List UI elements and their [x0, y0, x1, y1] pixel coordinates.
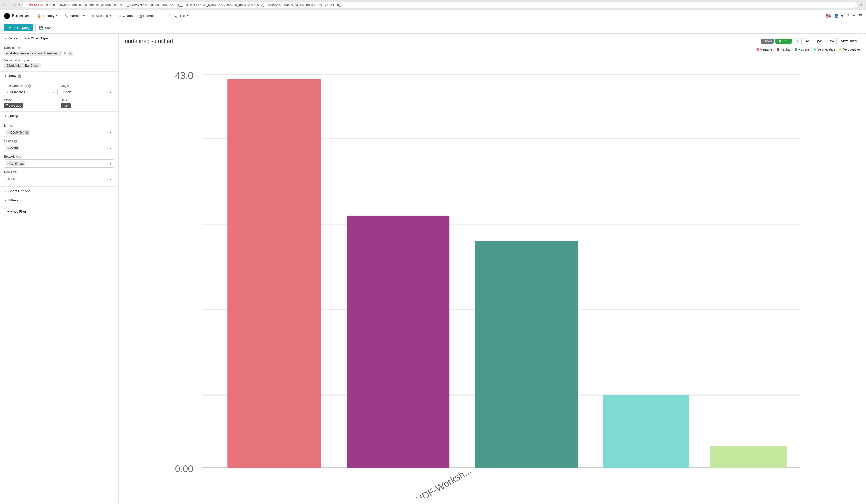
main-layout: ▼ Datasource & Chart Type Datasource wor… — [0, 34, 866, 503]
series-clear[interactable]: × — [107, 146, 108, 150]
url-text[interactable]: demo.hortonworks.com:9088/superset/explo… — [45, 3, 854, 7]
save-icon: 💾 — [39, 26, 43, 30]
nav-item-security[interactable]: 🔒 Security ▼ — [34, 12, 60, 19]
series-label: Series i — [4, 139, 114, 143]
shield-icon: 🔒 — [37, 14, 41, 18]
add-datasource-icon[interactable]: + — [68, 51, 73, 56]
series-select[interactable]: × event × ▼ — [4, 144, 114, 152]
code-action-button[interactable]: </> — [803, 38, 812, 44]
collapse-icon: ▼ — [4, 199, 7, 202]
datasource-label: Datasource — [4, 46, 114, 50]
back-button[interactable]: ← — [3, 3, 7, 8]
viz-type-label: Visualization Type — [4, 58, 114, 62]
grid-icon[interactable]: ☷ — [858, 13, 862, 18]
legend-item-positive: Positive — [795, 48, 809, 51]
chart-icon: 📊 — [118, 14, 122, 18]
metrics-label: Metrics — [4, 124, 114, 127]
time-info-icon: i — [18, 75, 21, 78]
granularity-clear[interactable]: × — [7, 90, 8, 94]
svg-text:HDF-Worksh...: HDF-Worksh... — [414, 465, 473, 497]
collapse-icon: ▼ — [4, 75, 7, 78]
add-filter-button[interactable]: + + Add Filter — [4, 208, 30, 215]
origin-clear[interactable]: × — [63, 90, 65, 94]
user-icon[interactable]: 👤 ▼ — [834, 13, 844, 18]
datasource-value: workshop.meetup_comment_sentiment — [4, 51, 62, 56]
nav-item-sources[interactable]: 🖥 Sources ▼ — [89, 12, 114, 19]
json-action-button[interactable]: .json — [814, 38, 825, 44]
query-section-header[interactable]: ▼ Query — [0, 112, 118, 121]
viz-type-value[interactable]: Distribution - Bar Chart — [4, 63, 41, 68]
database-icon: 🖥 — [91, 14, 95, 18]
svg-text:0.00: 0.00 — [175, 463, 193, 474]
breakdown-tag[interactable]: × sentiment — [7, 161, 25, 166]
row-limit-value: 50000 — [7, 177, 15, 181]
brand[interactable]: Superset — [4, 13, 30, 19]
row-limit-label: Row limit — [4, 170, 114, 174]
metrics-select[interactable]: × COUNT(*) i × ▼ — [4, 128, 114, 137]
edit-datasource-icon[interactable]: ✎ — [64, 52, 67, 55]
flag-icon[interactable]: 🇺🇸 — [825, 13, 831, 19]
lightning-icon: ⚡ — [8, 26, 12, 30]
breakdowns-label: Breakdowns — [4, 155, 114, 158]
view-query-button[interactable]: View Query — [838, 38, 860, 44]
svg-rect-11 — [603, 395, 689, 468]
csv-action-button[interactable]: .csv — [826, 38, 836, 44]
time-section-header[interactable]: ▼ Time i — [0, 71, 118, 81]
metrics-arrow: ▼ — [109, 131, 112, 134]
legend-item-verypositive: Verypositive — [839, 48, 860, 51]
reload-button[interactable]: ↻ — [13, 3, 17, 8]
row-limit-arrow: ▼ — [109, 178, 112, 181]
svg-rect-8 — [227, 79, 321, 468]
svg-rect-9 — [347, 216, 449, 468]
browser-chrome: ← → ↻ ⌂ ⚠ Not Secure demo.hortonworks.co… — [0, 0, 866, 10]
metric-tag[interactable]: × COUNT(*) i — [7, 131, 30, 135]
nav-item-sqllab[interactable]: 📄 SQL Lab ▼ — [165, 12, 192, 19]
metrics-clear[interactable]: × — [107, 131, 108, 135]
filters-section-header[interactable]: ▼ Filters — [0, 196, 118, 205]
metric-tag-label: COUNT(*) — [10, 131, 24, 135]
toolbar: ⚡ Run Query 💾 Save — [0, 22, 866, 34]
chart-options-section-header[interactable]: ► Chart Options — [0, 187, 118, 196]
github-icon[interactable]: ☀ — [852, 13, 856, 18]
nav-item-charts[interactable]: 📊 Charts — [115, 12, 135, 19]
nav-arrows[interactable]: ← → ↻ ⌂ — [3, 3, 20, 8]
legend-dot-verypositive — [839, 48, 842, 51]
series-tag[interactable]: × event — [7, 146, 19, 150]
bookmark-icon[interactable]: ☆ — [859, 3, 863, 7]
datasource-section-body: Datasource workshop.meetup_comment_senti… — [0, 43, 118, 71]
legend-item-verynegative: Verynegative — [813, 48, 835, 51]
datasource-section-header[interactable]: ▼ Datasource & Chart Type — [0, 34, 118, 43]
breakdowns-clear[interactable]: × — [107, 162, 108, 166]
not-secure-indicator: ⚠ Not Secure — [26, 3, 43, 7]
forward-button[interactable]: → — [8, 3, 12, 8]
time-badge: 00:00:13 — [775, 39, 791, 44]
breakdowns-select[interactable]: × sentiment × ▼ — [4, 159, 114, 168]
nav-item-dashboards[interactable]: ▦ Dashboards — [136, 12, 164, 19]
home-button[interactable]: ⌂ — [18, 3, 20, 8]
link-action-button[interactable]: 🔗 — [793, 38, 801, 44]
collapse-icon: ▼ — [4, 37, 7, 40]
breakdowns-arrow: ▼ — [109, 162, 112, 165]
series-tag-x: × — [8, 147, 10, 150]
legend-dot-verynegative — [813, 48, 816, 51]
row-limit-clear[interactable]: × — [107, 177, 108, 181]
origin-select[interactable]: × now ▼ — [61, 89, 114, 96]
metric-tag-x: × — [8, 131, 10, 134]
query-section-body: Metrics × COUNT(*) i × ▼ — [0, 121, 118, 187]
legend-item-negative: Negative — [756, 48, 773, 51]
filters-section-body: + + Add Filter — [0, 205, 118, 218]
until-badge[interactable]: now — [61, 103, 71, 108]
since-badge[interactable]: 7 days ago — [4, 103, 23, 108]
sqllab-icon: 📄 — [167, 14, 171, 18]
granularity-label: Time Granularity i — [4, 84, 58, 88]
expand-icon: ► — [4, 190, 7, 192]
time-section-body: Time Granularity i × 30 seconds ▼ Origin — [0, 81, 118, 112]
chart-legend: Negative Neutral Positive Verynegative V… — [119, 47, 866, 53]
granularity-select[interactable]: × 30 seconds ▼ — [4, 89, 58, 96]
nav-item-manage[interactable]: 🔧 Manage ▼ — [62, 12, 88, 19]
bookmark-icon[interactable]: P — [847, 14, 850, 18]
row-limit-select[interactable]: 50000 × ▼ — [4, 175, 114, 183]
save-button[interactable]: 💾 Save — [35, 24, 56, 32]
wrench-icon: 🔧 — [64, 14, 68, 18]
run-query-button[interactable]: ⚡ Run Query — [4, 24, 33, 31]
